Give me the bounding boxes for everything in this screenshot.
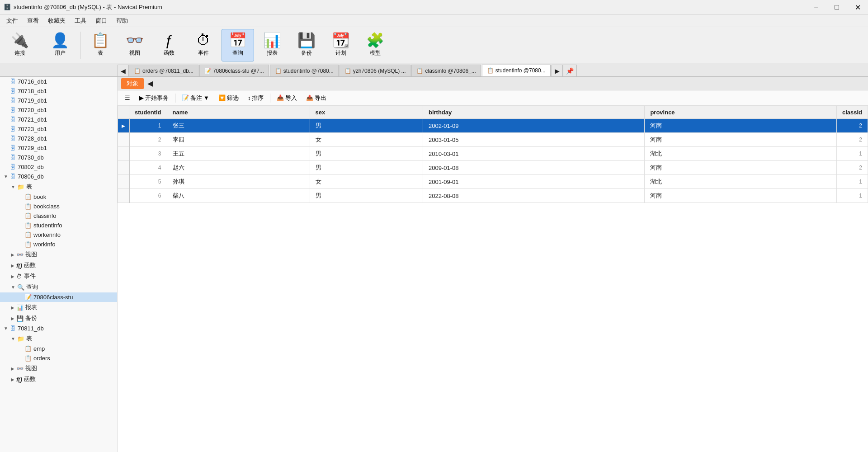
note-icon: 📝 — [182, 94, 189, 101]
sidebar-item-70720_db1[interactable]: 🗄 70720_db1 — [0, 105, 117, 115]
tab-tab6[interactable]: 📋studentinfo @7080... — [482, 65, 551, 76]
sidebar-item-emp[interactable]: 📋 emp — [0, 344, 117, 353]
sidebar-item-70716_db1[interactable]: 🗄 70716_db1 — [0, 77, 117, 86]
db-icon: 🗄 — [10, 173, 16, 180]
toolbar-btn-event[interactable]: ⏱事件 — [187, 29, 220, 61]
toolbar-btn-connect[interactable]: 🔌连接 — [4, 29, 36, 61]
sidebar-item-workerinfo[interactable]: 📋 workerinfo — [0, 230, 117, 240]
sidebar-item-workinfo[interactable]: 📋 workinfo — [0, 240, 117, 249]
menu-item-窗口[interactable]: 窗口 — [91, 16, 112, 26]
object-tab-button[interactable]: 对象 — [121, 78, 144, 89]
import-button[interactable]: 📥 导入 — [273, 93, 301, 104]
header-name[interactable]: name — [167, 106, 310, 119]
sidebar-item-70728_db1[interactable]: 🗄 70728_db1 — [0, 134, 117, 143]
tab-right-arrow[interactable]: ▶ — [552, 65, 563, 76]
table-row[interactable]: 5 孙琪 女 2001-09-01 湖北 1 — [118, 175, 868, 189]
title-bar: 🗄️ studentinfo @70806_db (MySQL) - 表 - N… — [0, 0, 868, 14]
tab-tab5[interactable]: 📋classinfo @70806_... — [411, 65, 481, 76]
tab-tab2[interactable]: 📝70806class-stu @7... — [199, 65, 269, 76]
filter-button[interactable]: 🔽 筛选 — [215, 93, 242, 104]
sidebar-item-70729_db1[interactable]: 🗄 70729_db1 — [0, 143, 117, 153]
toolbar-separator-2 — [80, 32, 80, 59]
sidebar-item-orders[interactable]: 📋 orders — [0, 353, 117, 363]
toolbar-btn-view[interactable]: 👓视图 — [118, 29, 151, 61]
row-pointer — [118, 189, 129, 203]
tab-tab4[interactable]: 📋yzh70806 (MySQL) ... — [340, 65, 411, 76]
menu-item-帮助[interactable]: 帮助 — [112, 16, 132, 26]
sidebar-item-查询[interactable]: ▼ 🔍 查询 — [0, 282, 117, 292]
sidebar-item-70806class-stu[interactable]: 📝 70806class-stu — [0, 292, 117, 302]
menu-item-查看[interactable]: 查看 — [23, 16, 43, 26]
cell-birthday: 2022-08-08 — [423, 189, 644, 203]
toolbar-btn-schedule[interactable]: 📆计划 — [325, 29, 357, 61]
tab-tab3[interactable]: 📋studentinfo @7080... — [270, 65, 339, 76]
header-sex[interactable]: sex — [310, 106, 423, 119]
tab-tab1[interactable]: 📋orders @70811_db... — [129, 65, 198, 76]
sidebar-item-70719_db1[interactable]: 🗄 70719_db1 — [0, 96, 117, 105]
sidebar-item-表[interactable]: ▼ 📁 表 — [0, 181, 117, 192]
toolbar-btn-model[interactable]: 🧩模型 — [359, 29, 392, 61]
sidebar-item-70802_db[interactable]: 🗄 70802_db — [0, 162, 117, 172]
toolbar-btn-query[interactable]: 📅查询 — [222, 29, 254, 61]
export-label: 导出 — [315, 94, 326, 102]
sidebar-item-报表[interactable]: ▶ 📊 报表 — [0, 302, 117, 313]
cell-studentId: 4 — [129, 161, 167, 175]
toolbar-btn-backup[interactable]: 💾备份 — [290, 29, 323, 61]
close-button[interactable]: ✕ — [847, 0, 868, 14]
table-row[interactable]: 4 赵六 男 2009-01-08 河南 2 — [118, 161, 868, 175]
menu-item-收藏夹[interactable]: 收藏夹 — [43, 16, 70, 26]
sidebar-item-函数[interactable]: ▶ f() 函数 — [0, 374, 117, 385]
note-button[interactable]: 📝 备注 ▼ — [178, 93, 213, 104]
sidebar-item-事件[interactable]: ▶ ⏱ 事件 — [0, 271, 117, 282]
sidebar-item-book[interactable]: 📋 book — [0, 192, 117, 202]
tab-label-tab1: orders @70811_db... — [142, 68, 193, 74]
window-controls[interactable]: − □ ✕ — [806, 0, 868, 14]
tab-left-arrow[interactable]: ◀ — [118, 65, 129, 76]
tab-pin-button[interactable]: 📌 — [563, 65, 577, 76]
sidebar-item-studentinfo[interactable]: 📋 studentinfo — [0, 221, 117, 230]
toolbar-btn-func[interactable]: ƒ函数 — [153, 29, 185, 61]
sidebar-item-70718_db1[interactable]: 🗄 70718_db1 — [0, 86, 117, 96]
menu-item-文件[interactable]: 文件 — [2, 16, 23, 26]
table-row[interactable]: 2 李四 女 2003-01-05 河南 2 — [118, 133, 868, 147]
toolbar-label-event: 事件 — [198, 49, 209, 57]
toolbar: 🔌连接👤用户📋表👓视图ƒ函数⏱事件📅查询📊报表💾备份📆计划🧩模型 — [0, 27, 868, 63]
sidebar-item-表[interactable]: ▼ 📁 表 — [0, 333, 117, 344]
sidebar-item-视图[interactable]: ▶ 👓 视图 — [0, 363, 117, 374]
header-birthday[interactable]: birthday — [423, 106, 644, 119]
sidebar-item-视图[interactable]: ▶ 👓 视图 — [0, 249, 117, 260]
toolbar-btn-table[interactable]: 📋表 — [84, 29, 117, 61]
toolbar-icon-func: ƒ — [165, 33, 173, 47]
export-button[interactable]: 📤 导出 — [302, 93, 330, 104]
view-group-icon: 👓 — [16, 365, 24, 372]
maximize-button[interactable]: □ — [826, 0, 847, 14]
table-row[interactable]: 3 王五 男 2010-03-01 湖北 1 — [118, 147, 868, 161]
sidebar-item-函数[interactable]: ▶ f() 函数 — [0, 260, 117, 271]
sidebar-item-70806_db[interactable]: ▼ 🗄 70806_db — [0, 172, 117, 181]
sidebar-item-备份[interactable]: ▶ 💾 备份 — [0, 313, 117, 324]
sidebar-item-70723_db1[interactable]: 🗄 70723_db1 — [0, 124, 117, 134]
cell-name: 柴八 — [167, 189, 310, 203]
header-studentId[interactable]: studentId — [129, 106, 167, 119]
toolbar-btn-report[interactable]: 📊报表 — [256, 29, 288, 61]
hamburger-button[interactable]: ☰ — [121, 93, 134, 103]
db-icon: 🗄 — [10, 164, 16, 170]
db-icon: 🗄 — [10, 126, 16, 132]
table-row[interactable]: 6 柴八 男 2022-08-08 河南 1 — [118, 189, 868, 203]
header-classId[interactable]: classId — [836, 106, 868, 119]
begin-transaction-button[interactable]: ▶ 开始事务 — [136, 93, 172, 104]
sidebar-item-70811_db[interactable]: ▼ 🗄 70811_db — [0, 324, 117, 333]
toolbar-label-user: 用户 — [55, 49, 66, 57]
minimize-button[interactable]: − — [806, 0, 826, 14]
toolbar-btn-user[interactable]: 👤用户 — [44, 29, 76, 61]
nav-arrow-left[interactable]: ◀ — [147, 79, 153, 88]
sidebar-item-bookclass[interactable]: 📋 bookclass — [0, 202, 117, 211]
header-province[interactable]: province — [645, 106, 837, 119]
sidebar-item-70721_db1[interactable]: 🗄 70721_db1 — [0, 115, 117, 124]
sort-button[interactable]: ↕ 排序 — [244, 93, 268, 104]
db-icon: 🗄 — [10, 135, 16, 142]
sidebar-item-70730_db[interactable]: 🗄 70730_db — [0, 153, 117, 162]
sidebar-item-classinfo[interactable]: 📋 classinfo — [0, 211, 117, 221]
menu-item-工具[interactable]: 工具 — [70, 16, 91, 26]
table-row[interactable]: ▶ 1 张三 男 2002-01-09 河南 2 — [118, 119, 868, 133]
